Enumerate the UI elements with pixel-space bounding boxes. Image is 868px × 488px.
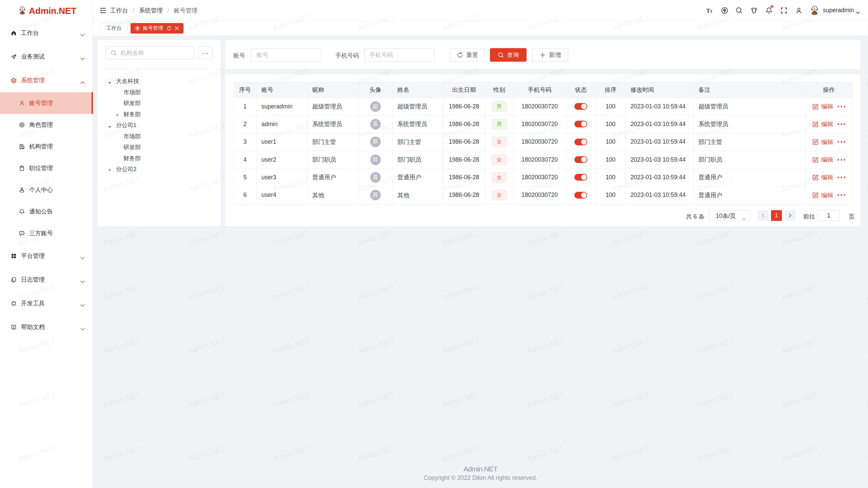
svg-text:T: T bbox=[710, 9, 713, 13]
